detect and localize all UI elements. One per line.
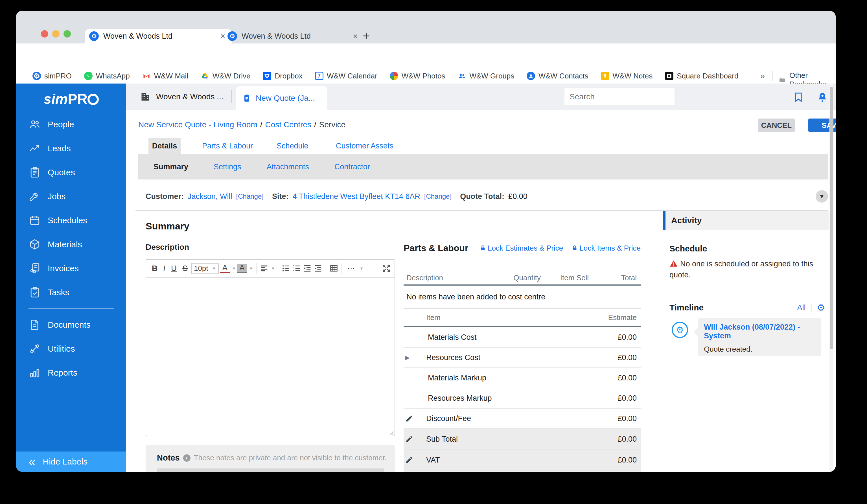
edit-icon[interactable] xyxy=(404,415,418,422)
sidebar-item-leads[interactable]: Leads xyxy=(16,136,126,160)
sidebar-item-quotes[interactable]: Quotes xyxy=(16,160,126,184)
lock-icon xyxy=(571,244,578,252)
strikethrough-button[interactable]: S xyxy=(180,264,190,273)
traffic-zoom-button[interactable] xyxy=(64,30,71,37)
italic-button[interactable]: I xyxy=(161,264,168,273)
search-box[interactable] xyxy=(565,88,675,105)
cancel-button[interactable]: CANCEL xyxy=(758,119,795,132)
tab-schedule[interactable]: Schedule xyxy=(277,138,309,154)
quote-tab[interactable]: New Quote (Ja... xyxy=(236,86,328,110)
sidebar-item-schedules[interactable]: Schedules xyxy=(16,208,126,232)
simpro-favicon: ⚙ xyxy=(89,31,99,41)
sidebar-item-materials[interactable]: Materials xyxy=(16,232,126,256)
customer-link[interactable]: Jackson, Will xyxy=(188,192,232,201)
bookmarks-overflow-icon[interactable]: » xyxy=(760,71,765,81)
resize-handle[interactable] xyxy=(388,429,394,435)
edit-icon[interactable] xyxy=(404,456,418,464)
bookmark-photos[interactable]: W&W Photos xyxy=(390,72,445,81)
tab-details[interactable]: Details xyxy=(148,138,181,154)
change-customer-link[interactable]: [Change] xyxy=(236,192,264,200)
bookmark-whatsapp[interactable]: WhatsApp xyxy=(84,72,130,81)
lock-estimates-link[interactable]: Lock Estimates & Price xyxy=(480,244,563,253)
subtab-attachments[interactable]: Attachments xyxy=(267,162,309,171)
square-icon xyxy=(665,72,673,80)
subtab-settings[interactable]: Settings xyxy=(214,162,241,171)
timeline-system-filter-icon[interactable]: ⚙ xyxy=(817,302,825,313)
description-textarea[interactable] xyxy=(146,278,395,436)
expand-icon[interactable]: ▶ xyxy=(404,354,418,361)
bookmark-simpro[interactable]: ⚙simPRO xyxy=(32,72,72,81)
numbered-list-button[interactable] xyxy=(292,264,301,273)
bookmark-contacts[interactable]: W&W Contacts xyxy=(527,72,588,81)
browser-tab-title: Woven & Woods Ltd xyxy=(242,32,311,41)
bookmark-drive[interactable]: W&W Drive xyxy=(201,72,250,81)
page-scrollbar[interactable] xyxy=(829,84,833,472)
notifications-bell-icon[interactable] xyxy=(817,92,828,103)
highlight-color-button[interactable]: A xyxy=(237,264,247,273)
editor-toolbar: B I U S 10pt▼ A ▼ A ▼ ▼ xyxy=(146,260,395,278)
description-label: Description xyxy=(146,243,189,252)
sidebar-item-utilities[interactable]: Utilities xyxy=(16,337,126,361)
timeline-all-link[interactable]: All xyxy=(797,303,805,312)
notes-label: Notes xyxy=(157,453,180,462)
hide-labels-button[interactable]: « Hide Labels xyxy=(16,451,126,472)
subtab-contractor[interactable]: Contractor xyxy=(334,162,370,171)
description-editor[interactable]: B I U S 10pt▼ A ▼ A ▼ ▼ xyxy=(146,259,395,436)
browser-tab-1[interactable]: ⚙ Woven & Woods Ltd × xyxy=(85,29,232,43)
collapse-header-button[interactable]: ▼ xyxy=(816,190,828,203)
browser-tab-2[interactable]: ⚙ Woven & Woods Ltd × xyxy=(223,29,365,43)
warning-icon xyxy=(670,259,678,268)
more-tools-button[interactable]: ⋯ xyxy=(345,264,357,273)
edit-icon[interactable] xyxy=(404,435,418,443)
bookmark-square-dashboard[interactable]: Square Dashboard xyxy=(665,72,738,81)
section-divider xyxy=(136,210,828,211)
bullet-list-button[interactable] xyxy=(281,264,291,273)
bold-button[interactable]: B xyxy=(150,264,160,273)
timeline-entry-title[interactable]: Will Jackson (08/07/2022) - System xyxy=(704,323,815,340)
change-site-link[interactable]: [Change] xyxy=(424,192,451,200)
breadcrumb-costcentres-link[interactable]: Cost Centres xyxy=(265,120,311,129)
insert-table-button[interactable] xyxy=(329,264,339,273)
sidebar-item-people[interactable]: People xyxy=(16,112,126,136)
bookmark-icon[interactable] xyxy=(793,92,804,103)
fullscreen-button[interactable] xyxy=(382,264,391,273)
bookmark-notes[interactable]: W&W Notes xyxy=(601,72,653,81)
scrollbar-thumb[interactable] xyxy=(830,87,833,349)
traffic-minimize-button[interactable] xyxy=(52,30,60,37)
align-button[interactable] xyxy=(259,264,269,273)
traffic-close-button[interactable] xyxy=(41,30,48,37)
tab-customer-assets[interactable]: Customer Assets xyxy=(336,138,394,154)
bookmark-calendar[interactable]: 7W&W Calendar xyxy=(315,72,377,81)
bookmarks-bar: ⚙simPRO WhatsApp W&W Mail W&W Drive Drop… xyxy=(16,68,836,84)
items-empty-message: No items have been added to cost centre xyxy=(404,286,641,309)
invoices-icon xyxy=(29,262,41,275)
new-tab-button[interactable]: + xyxy=(363,29,370,43)
sidebar-item-documents[interactable]: Documents xyxy=(16,313,126,337)
company-tab[interactable]: Woven & Woods ... xyxy=(140,84,224,110)
bookmark-dropbox[interactable]: Dropbox xyxy=(263,72,302,81)
outdent-button[interactable] xyxy=(313,264,323,273)
font-size-select[interactable]: 10pt▼ xyxy=(191,263,219,274)
indent-button[interactable] xyxy=(302,264,312,273)
search-input[interactable] xyxy=(569,92,672,101)
chevron-down-icon: ▼ xyxy=(249,266,253,271)
sidebar-item-jobs[interactable]: Jobs xyxy=(16,184,126,208)
text-color-button[interactable]: A xyxy=(220,264,230,273)
lock-items-link[interactable]: Lock Items & Price xyxy=(571,244,641,253)
documents-icon xyxy=(29,319,41,331)
tasks-icon xyxy=(29,286,41,299)
bookmarks-divider xyxy=(772,71,773,81)
close-tab-icon[interactable]: × xyxy=(351,31,360,41)
breadcrumb-quote-link[interactable]: New Service Quote - Living Room xyxy=(138,120,257,129)
sidebar-item-tasks[interactable]: Tasks xyxy=(16,280,126,304)
sidebar-item-invoices[interactable]: Invoices xyxy=(16,256,126,280)
site-link[interactable]: 4 Thistledene West Byfleet KT14 6AR xyxy=(292,192,420,201)
tab-parts-labour[interactable]: Parts & Labour xyxy=(202,138,253,154)
notes-input[interactable] xyxy=(157,469,384,472)
subtab-summary[interactable]: Summary xyxy=(153,162,188,171)
bookmark-mail[interactable]: W&W Mail xyxy=(142,72,188,81)
chevron-down-icon: ▼ xyxy=(360,266,364,271)
sidebar-item-reports[interactable]: Reports xyxy=(16,361,126,385)
underline-button[interactable]: U xyxy=(169,264,179,273)
bookmark-groups[interactable]: W&W Groups xyxy=(458,72,514,81)
